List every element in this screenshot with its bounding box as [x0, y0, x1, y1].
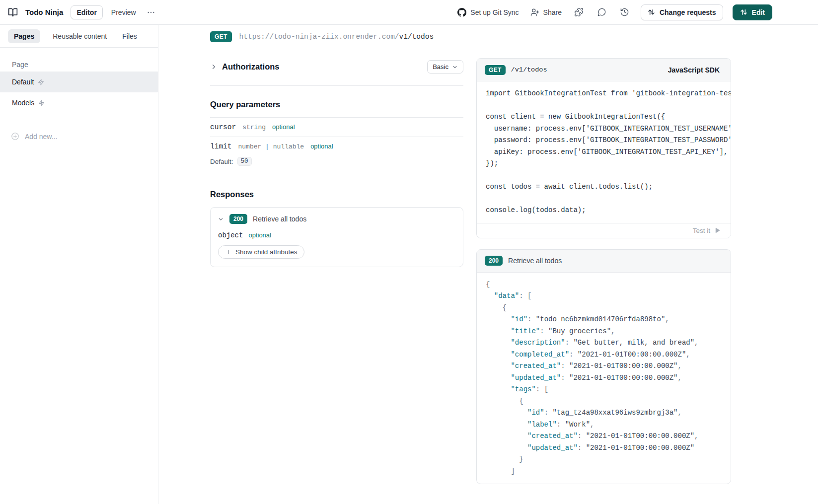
top-bar: Todo Ninja Editor Preview Set up Git Syn…	[0, 0, 818, 25]
authorizations-row: Authorizations Basic	[210, 60, 463, 73]
chevron-down-icon	[452, 64, 458, 70]
responses-title: Responses	[210, 190, 463, 199]
sidebar-tab-reusable-content[interactable]: Reusable content	[50, 32, 110, 41]
more-icon[interactable]	[145, 6, 157, 19]
comments-button[interactable]	[595, 5, 608, 19]
response-toggle[interactable]: 200 Retrieve all todos	[211, 208, 463, 228]
query-parameters-title: Query parameters	[210, 100, 463, 109]
content-columns: Authorizations Basic Query parameters cu…	[158, 58, 818, 484]
sidebar: Pages Reusable content Files Page Defaul…	[0, 25, 158, 504]
change-requests-button[interactable]: Change requests	[641, 4, 723, 20]
status-badge: 200	[485, 256, 503, 266]
book-icon	[8, 7, 18, 17]
show-child-attributes-label: Show child attributes	[235, 248, 297, 256]
request-example-header: GET /v1/todos JavaScript SDK	[477, 59, 731, 81]
app-shell: Pages Reusable content Files Page Defaul…	[0, 25, 818, 504]
tab-editor[interactable]: Editor	[71, 5, 102, 19]
response-body-type: object	[218, 231, 243, 239]
authorizations-title: Authorizations	[222, 62, 280, 72]
change-arrows-icon	[648, 8, 655, 16]
change-requests-label: Change requests	[660, 8, 716, 16]
status-badge: 200	[229, 214, 247, 224]
code-column: GET /v1/todos JavaScript SDK import Gitb…	[476, 58, 731, 484]
git-sync-button[interactable]: Set up Git Sync	[456, 6, 520, 19]
history-clock-icon	[620, 7, 629, 17]
chevron-right-icon	[210, 63, 218, 71]
user-plus-icon	[530, 8, 539, 17]
method-badge: GET	[485, 65, 506, 75]
response-summary: Retrieve all todos	[253, 215, 306, 223]
param-name: cursor	[210, 123, 236, 131]
response-example-header: 200 Retrieve all todos	[477, 250, 731, 273]
endpoint-url-row: GET https://todo-ninja-ziix.onrender.com…	[158, 25, 818, 42]
response-example-card: 200 Retrieve all todos { "data": [ { "id…	[476, 249, 731, 485]
auth-scheme-value: Basic	[433, 63, 448, 71]
top-bar-left: Todo Ninja Editor Preview	[8, 5, 157, 19]
test-it-button[interactable]: Test it	[690, 226, 724, 235]
chevron-down-icon	[218, 216, 224, 222]
param-type: number | nullable	[238, 143, 304, 150]
github-icon	[457, 8, 466, 17]
git-sync-label: Set up Git Sync	[470, 8, 519, 16]
add-new-label: Add new...	[25, 133, 57, 141]
sidebar-section-page-label: Page	[0, 58, 158, 72]
sidebar-item-label: Default	[12, 78, 34, 86]
request-code-block[interactable]: import GitbookIntegrationTest from 'gitb…	[477, 81, 731, 223]
response-body-type-row: object optional	[211, 228, 463, 239]
response-example-summary: Retrieve all todos	[508, 257, 562, 265]
divider	[210, 85, 463, 86]
response-code-block[interactable]: { "data": [ { "id": "todo_nc6bzmkmd01470…	[477, 273, 731, 484]
zap-icon	[38, 79, 44, 85]
edit-arrows-icon	[740, 8, 747, 16]
sidebar-tab-pages[interactable]: Pages	[8, 29, 40, 43]
param-optional-badge: optional	[272, 123, 295, 131]
test-it-label: Test it	[693, 227, 710, 234]
endpoint-base-url: https://todo-ninja-ziix.onrender.com/	[239, 33, 399, 41]
doc-column: Authorizations Basic Query parameters cu…	[210, 58, 463, 267]
puzzle-icon	[574, 7, 584, 17]
sidebar-item-default[interactable]: Default	[0, 72, 158, 92]
endpoint-url: https://todo-ninja-ziix.onrender.com/v1/…	[239, 33, 434, 41]
param-row-limit: limit number | nullable optional	[210, 137, 463, 156]
request-example-card: GET /v1/todos JavaScript SDK import Gitb…	[476, 58, 731, 238]
app-title: Todo Ninja	[25, 8, 63, 16]
circle-plus-icon	[11, 132, 19, 141]
main-content: GET https://todo-ninja-ziix.onrender.com…	[158, 25, 818, 504]
auth-scheme-select[interactable]: Basic	[427, 60, 463, 73]
edit-button[interactable]: Edit	[733, 4, 772, 20]
sidebar-item-models[interactable]: Models	[0, 92, 158, 113]
integrations-button[interactable]	[572, 5, 586, 19]
show-child-attributes-button[interactable]: Show child attributes	[218, 245, 304, 259]
default-label: Default:	[210, 158, 233, 165]
param-default-row: Default: 50	[210, 157, 463, 166]
add-new-button[interactable]: Add new...	[0, 132, 158, 141]
endpoint-path: v1/todos	[399, 33, 434, 41]
history-button[interactable]	[618, 5, 631, 19]
share-label: Share	[543, 8, 562, 16]
plus-icon	[225, 249, 231, 255]
request-path: /v1/todos	[511, 66, 547, 73]
response-card: 200 Retrieve all todos object optional S…	[210, 207, 463, 267]
default-value: 50	[237, 157, 252, 166]
response-optional-badge: optional	[248, 231, 271, 239]
chat-bubble-icon	[597, 7, 606, 17]
top-bar-right: Set up Git Sync Share C	[456, 4, 772, 20]
authorizations-toggle[interactable]: Authorizations	[210, 62, 280, 72]
param-name: limit	[210, 143, 232, 150]
edit-label: Edit	[752, 8, 765, 16]
request-endpoint: GET /v1/todos	[485, 65, 547, 75]
sidebar-tab-files[interactable]: Files	[119, 32, 140, 41]
response-status-row: 200 Retrieve all todos	[485, 256, 562, 266]
request-example-footer: Test it	[477, 223, 731, 238]
tab-preview[interactable]: Preview	[110, 6, 137, 18]
sdk-language-select[interactable]: JavaScript SDK	[665, 66, 723, 74]
method-badge: GET	[210, 31, 232, 42]
param-type: string	[242, 124, 266, 131]
share-button[interactable]: Share	[529, 6, 563, 19]
param-optional-badge: optional	[310, 143, 333, 150]
play-icon	[714, 227, 721, 234]
sidebar-tabs: Pages Reusable content Files	[0, 25, 158, 48]
param-row-cursor: cursor string optional	[210, 118, 463, 137]
sidebar-item-label: Models	[12, 99, 34, 107]
zap-icon	[38, 100, 45, 106]
